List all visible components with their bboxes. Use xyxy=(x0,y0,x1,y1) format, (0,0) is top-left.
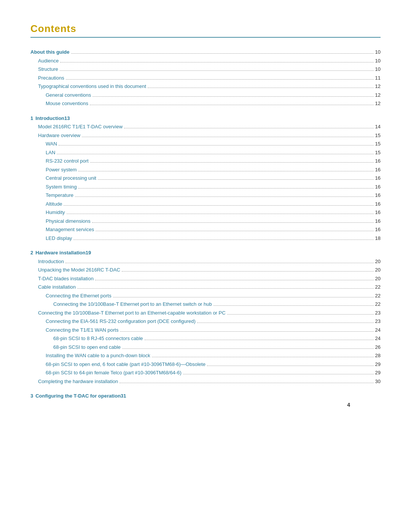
toc-page-number: 30 xyxy=(375,378,381,385)
toc-row[interactable]: Installing the WAN cable to a punch-down… xyxy=(30,352,381,359)
toc-item-label[interactable]: 68-pin SCSI to open end cable xyxy=(53,343,121,351)
toc-item-label[interactable]: Humidity xyxy=(46,209,65,216)
chapter-title[interactable]: Configuring the T-DAC for operation xyxy=(35,392,121,400)
toc-row[interactable]: Central processing unit16 xyxy=(30,174,381,182)
toc-dots xyxy=(71,53,374,54)
toc-item-label[interactable]: T-DAC blades installation xyxy=(38,275,94,283)
toc-dots xyxy=(90,105,374,105)
toc-row[interactable]: Altitude16 xyxy=(30,200,381,208)
toc-row[interactable]: Model 2616RC T1/E1 T-DAC overview14 xyxy=(30,123,381,131)
toc-page-number: 22 xyxy=(375,300,381,308)
toc-item-label[interactable]: Typographical conventions used in this d… xyxy=(38,83,146,90)
toc-row[interactable]: 68-pin SCSI to 8 RJ-45 connectors cable2… xyxy=(30,335,381,342)
toc-item-label[interactable]: Completing the hardware installation xyxy=(38,378,118,385)
chapter-row[interactable]: 1Introduction13 xyxy=(30,115,381,122)
chapter-page-number: 31 xyxy=(121,392,126,400)
toc-row[interactable]: T-DAC blades installation20 xyxy=(30,275,381,283)
toc-item-label[interactable]: Physical dimensions xyxy=(46,217,91,225)
toc-row[interactable]: Cable installation22 xyxy=(30,283,381,291)
toc-item-label[interactable]: Unpacking the Model 2616RC T-DAC xyxy=(38,266,120,274)
toc-row[interactable]: 68-pin SCSI to 64-pin female Telco (part… xyxy=(30,369,381,377)
section-spacer xyxy=(30,386,381,389)
toc-item-label[interactable]: Cable installation xyxy=(38,283,76,291)
toc-dots xyxy=(59,145,374,145)
toc-item-label[interactable]: Management services xyxy=(46,226,94,233)
toc-row[interactable]: Connecting the 10/100Base-T Ethernet por… xyxy=(30,309,381,317)
toc-dots xyxy=(92,96,373,97)
toc-row[interactable]: Mouse conventions12 xyxy=(30,100,381,107)
toc-row[interactable]: System timing16 xyxy=(30,183,381,191)
toc-item-label[interactable]: General conventions xyxy=(46,91,91,99)
toc-item-label[interactable]: Installing the WAN cable to a punch-down… xyxy=(46,352,150,359)
toc-item-label[interactable]: Central processing unit xyxy=(46,174,96,182)
toc-item-label[interactable]: Altitude xyxy=(46,200,62,208)
toc-row[interactable]: Temperature16 xyxy=(30,192,381,199)
toc-page-number: 28 xyxy=(375,352,381,359)
toc-row[interactable]: About this guide10 xyxy=(30,48,381,56)
toc-dots xyxy=(96,231,373,231)
toc-row[interactable]: Typographical conventions used in this d… xyxy=(30,83,381,90)
toc-dots xyxy=(78,171,374,171)
toc-row[interactable]: Power system16 xyxy=(30,166,381,174)
toc-row[interactable]: Physical dimensions16 xyxy=(30,217,381,225)
toc-item-label[interactable]: Hardware overview xyxy=(38,132,80,139)
toc-item-label[interactable]: LAN xyxy=(46,149,55,157)
toc-page-number: 12 xyxy=(375,83,381,90)
toc-item-label[interactable]: Precautions xyxy=(38,74,64,82)
chapter-row[interactable]: 3Configuring the T-DAC for operation31 xyxy=(30,392,381,400)
toc-item-label[interactable]: Introduction xyxy=(38,258,64,265)
toc-row[interactable]: Connecting the 10/100Base-T Ethernet por… xyxy=(30,300,381,308)
toc-item-label[interactable]: Mouse conventions xyxy=(46,100,88,107)
toc-row[interactable]: Hardware overview15 xyxy=(30,132,381,139)
toc-item-label[interactable]: WAN xyxy=(46,140,57,148)
toc-row[interactable]: Connecting the T1/E1 WAN ports24 xyxy=(30,326,381,334)
toc-row[interactable]: General conventions12 xyxy=(30,91,381,99)
toc-page-number: 16 xyxy=(375,192,381,199)
toc-row[interactable]: 68-pin SCSI to open end cable26 xyxy=(30,343,381,351)
toc-item-label[interactable]: Connecting the EIA-561 RS-232 configurat… xyxy=(46,318,196,325)
toc-row[interactable]: Connecting the EIA-561 RS-232 configurat… xyxy=(30,318,381,325)
toc-row[interactable]: LAN15 xyxy=(30,149,381,157)
toc-dots xyxy=(213,305,374,306)
toc-item-label[interactable]: 68-pin SCSI to 64-pin female Telco (part… xyxy=(46,369,182,377)
toc-item-label[interactable]: System timing xyxy=(46,183,77,191)
toc-row[interactable]: Unpacking the Model 2616RC T-DAC20 xyxy=(30,266,381,274)
toc-item-label[interactable]: 68-pin SCSI to 8 RJ-45 connectors cable xyxy=(53,335,143,342)
toc-row[interactable]: Precautions11 xyxy=(30,74,381,82)
toc-item-label[interactable]: Connecting the 10/100Base-T Ethernet por… xyxy=(53,300,212,308)
toc-page-number: 23 xyxy=(375,318,381,325)
toc-row[interactable]: Structure10 xyxy=(30,66,381,73)
toc-row[interactable]: Completing the hardware installation30 xyxy=(30,378,381,385)
toc-page-number: 12 xyxy=(375,100,381,107)
toc-row[interactable]: 68-pin SCSI to open end, 6 foot cable (p… xyxy=(30,361,381,368)
toc-item-label[interactable]: Connecting the T1/E1 WAN ports xyxy=(46,326,118,334)
toc-item-label[interactable]: Audience xyxy=(38,57,59,65)
toc-row[interactable]: Humidity16 xyxy=(30,209,381,216)
toc-page-number: 24 xyxy=(375,326,381,334)
chapter-title[interactable]: Hardware installation xyxy=(35,249,85,257)
toc-container: About this guide10Audience10Structure10P… xyxy=(30,48,381,404)
chapter-title[interactable]: Introduction xyxy=(35,115,64,122)
toc-page-number: 24 xyxy=(375,335,381,342)
toc-row[interactable]: WAN15 xyxy=(30,140,381,148)
toc-row[interactable]: Introduction20 xyxy=(30,258,381,265)
chapter-row[interactable]: 2Hardware installation19 xyxy=(30,249,381,257)
toc-item-label[interactable]: Model 2616RC T1/E1 T-DAC overview xyxy=(38,123,123,131)
toc-item-label[interactable]: Temperature xyxy=(46,192,73,199)
toc-item-label[interactable]: Connecting the Ethernet ports xyxy=(46,292,112,300)
toc-item-label[interactable]: About this guide xyxy=(30,48,70,56)
toc-row[interactable]: Audience10 xyxy=(30,57,381,65)
toc-item-label[interactable]: LED display xyxy=(46,235,72,242)
toc-page-number: 11 xyxy=(375,74,381,82)
toc-item-label[interactable]: 68-pin SCSI to open end, 6 foot cable (p… xyxy=(46,361,206,368)
toc-row[interactable]: LED display18 xyxy=(30,235,381,242)
toc-item-label[interactable]: Connecting the 10/100Base-T Ethernet por… xyxy=(38,309,226,317)
toc-dots xyxy=(92,222,374,223)
toc-item-label[interactable]: Power system xyxy=(46,166,77,174)
toc-row[interactable]: Connecting the Ethernet ports22 xyxy=(30,292,381,300)
toc-row[interactable]: RS-232 control port16 xyxy=(30,157,381,165)
toc-item-label[interactable]: Structure xyxy=(38,66,58,73)
toc-page-number: 16 xyxy=(375,226,381,233)
toc-item-label[interactable]: RS-232 control port xyxy=(46,157,89,165)
toc-row[interactable]: Management services16 xyxy=(30,226,381,233)
